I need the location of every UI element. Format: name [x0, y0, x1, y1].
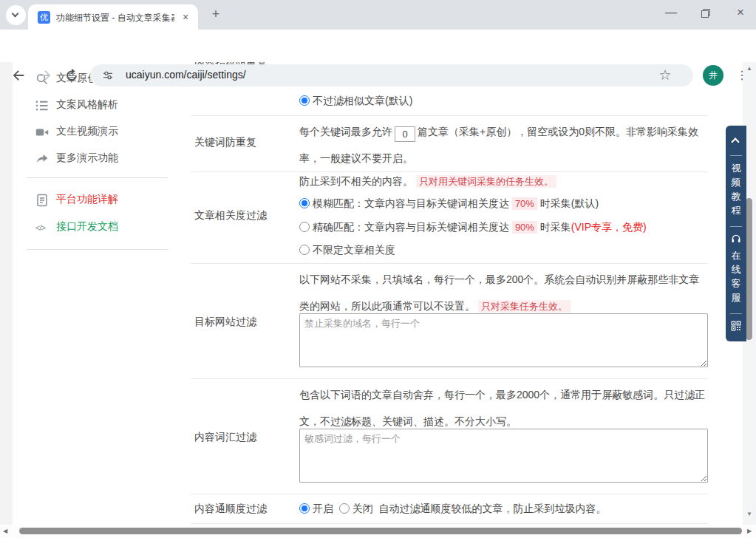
option-text: 模糊匹配：文章内容与目标关键词相关度达 [313, 197, 509, 209]
browser-toolbar: ucaiyun.com/caiji/settings/ ☆ 井 ⋮ [0, 30, 756, 62]
widget-divider [730, 155, 742, 156]
sidebar-item-label: 文生视频演示 [56, 125, 118, 138]
site-settings-icon[interactable] [102, 69, 114, 81]
row-divider [191, 171, 708, 172]
radio-selected[interactable] [299, 503, 310, 514]
chevron-down-icon [12, 10, 19, 18]
tab-close-icon[interactable]: × [179, 10, 192, 24]
widget-divider [730, 226, 742, 227]
site-filter-textarea[interactable] [299, 313, 708, 367]
fuzzy-percent-value[interactable]: 70% [512, 197, 537, 210]
row-divider [191, 115, 708, 116]
collapse-chevron-icon[interactable] [731, 137, 739, 146]
video-tutorial-button[interactable]: 视频教程 [731, 161, 741, 217]
radio-selected[interactable] [299, 198, 310, 208]
scroll-right-arrow-icon[interactable]: ▶ [747, 528, 752, 534]
bookmark-star-icon[interactable]: ☆ [656, 67, 674, 84]
tab-strip: 优 功能细节设置 - 自动文章采集器 × + — × [0, 0, 756, 30]
keyword-dedup-text: 每个关键词最多允许篇文章（采集+原创），留空或设为0则不限。非常影响采集效率，一… [299, 118, 709, 171]
headset-icon[interactable] [731, 234, 741, 244]
setting-label-relevance: 文章相关度过滤 [194, 209, 267, 222]
sidebar-item-more-demos[interactable]: 更多演示功能 [27, 146, 168, 172]
desc-text: 包含以下词语的文章自动舍弃，每行一个，最多2000个，通常用于屏蔽敏感词。只过滤… [299, 389, 705, 427]
radio-selected[interactable] [299, 95, 310, 106]
back-button[interactable] [10, 67, 28, 85]
profile-avatar[interactable]: 井 [703, 65, 723, 86]
sidebar-divider [27, 249, 168, 250]
setting-label-keyword-dedup: 关键词防重复 [194, 136, 256, 149]
browser-tab[interactable]: 优 功能细节设置 - 自动文章采集器 × [28, 4, 198, 30]
row-divider [191, 263, 708, 264]
browser-window: 优 功能细节设置 - 自动文章采集器 × + — × ucaiyun.com/c… [0, 0, 756, 538]
ordered-list-icon [35, 99, 49, 112]
option-text: 精确匹配：文章内容与目标关键词相关度达 [313, 221, 509, 233]
browser-menu-icon[interactable]: ⋮ [735, 67, 749, 84]
forward-button[interactable] [37, 67, 55, 85]
qr-code-icon[interactable] [731, 321, 741, 331]
sidebar-item-label: 文案风格解析 [56, 98, 118, 112]
forward-arrow-icon [37, 67, 53, 84]
option-text: 时采集(默认) [540, 197, 599, 209]
setting-label-fluency: 内容通顺度过滤 [194, 503, 267, 516]
setting-label-site-filter: 目标网站过滤 [194, 316, 256, 329]
code-icon: </> [35, 221, 49, 234]
exact-percent-value[interactable]: 90% [512, 221, 537, 234]
option-text: 不过滤相似文章(默认) [313, 95, 412, 106]
option-text: 不限定文章相关度 [313, 244, 395, 256]
sidebar-item-platform-features[interactable]: 平台功能详解 [27, 187, 168, 214]
option-text: 时采集 [540, 221, 571, 233]
desc-text: 自动过滤通顺度较低的文章，防止采到垃圾内容。 [379, 503, 607, 514]
radio-unselected[interactable] [299, 245, 310, 255]
horizontal-scrollbar-thumb[interactable] [19, 528, 742, 534]
sidebar-item-label: 更多演示功能 [56, 151, 118, 165]
document-icon [35, 194, 49, 207]
word-filter-desc: 包含以下词语的文章自动舍弃，每行一个，最多2000个，通常用于屏蔽敏感词。只过滤… [299, 381, 709, 435]
relevance-option-unlimited: 不限定文章相关度 [299, 244, 395, 257]
radio-unselected[interactable] [299, 222, 310, 232]
share-arrow-icon [35, 152, 49, 166]
window-close-button[interactable]: × [726, 0, 755, 27]
online-service-button[interactable]: 在线客服 [731, 248, 741, 304]
notice-badge: 只对用关键词采集的任务生效。 [416, 175, 556, 188]
window-restore-button[interactable] [691, 0, 721, 27]
widget-divider [730, 313, 742, 314]
back-arrow-icon [10, 67, 27, 84]
relevance-option-fuzzy: 模糊匹配：文章内容与目标关键词相关度达 70% 时采集(默认) [299, 197, 599, 211]
keyword-limit-input[interactable] [395, 126, 415, 142]
sidebar-item-text-to-video[interactable]: 文生视频演示 [27, 119, 168, 146]
desc-text: 防止采到不相关的内容。 [299, 175, 413, 187]
site-filter-desc: 以下网站不采集，只填域名，每行一个，最多200个。系统会自动识别并屏蔽那些非文章… [299, 266, 709, 320]
fluency-options: 开启 关闭 自动过滤通顺度较低的文章，防止采到垃圾内容。 [299, 503, 607, 516]
reload-icon [64, 67, 80, 84]
reload-button[interactable] [64, 67, 81, 85]
new-tab-button[interactable]: + [208, 7, 224, 23]
word-filter-textarea[interactable] [299, 429, 708, 483]
scroll-down-arrow-icon[interactable]: ▼ [743, 511, 756, 517]
restore-icon [701, 9, 710, 18]
sidebar-item-style-analysis[interactable]: 文案风格解析 [27, 92, 168, 119]
row-divider [191, 494, 708, 494]
option-text: 关闭 [353, 503, 373, 514]
vertical-scrollbar-thumb[interactable] [746, 198, 752, 340]
horizontal-scrollbar[interactable]: ◀ ▶ [0, 525, 756, 538]
radio-unselected[interactable] [339, 503, 350, 514]
left-gutter [0, 62, 13, 525]
fingerprint-option-no-filter: 不过滤相似文章(默认) [299, 95, 412, 108]
row-divider [191, 378, 708, 379]
floating-help-bar: 视频教程 在线客服 [726, 126, 746, 341]
favicon: 优 [38, 11, 50, 24]
tab-title: 功能细节设置 - 自动文章采集器 [56, 12, 174, 24]
url-bar[interactable]: ucaiyun.com/caiji/settings/ ☆ [90, 64, 693, 86]
sidebar-item-label: 平台功能详解 [56, 193, 118, 206]
window-minimize-button[interactable]: — [656, 0, 686, 27]
scroll-left-arrow-icon[interactable]: ◀ [3, 528, 7, 534]
page-content: 文章原创检测 文案风格解析 文生视频演示 更多演示功能 平台功能详解 </> 接… [0, 62, 756, 525]
row-divider [191, 523, 708, 524]
relevance-option-exact: 精确匹配：文章内容与目标关键词相关度达 90% 时采集(VIP专享，免费) [299, 221, 647, 234]
sidebar-item-label: 接口开发文档 [56, 220, 118, 234]
tab-search-button[interactable] [6, 5, 26, 25]
video-camera-icon [35, 126, 49, 139]
sidebar-item-api-docs[interactable]: </> 接口开发文档 [27, 214, 168, 241]
url-text[interactable]: ucaiyun.com/caiji/settings/ [126, 69, 246, 81]
option-text: 开启 [313, 503, 333, 514]
